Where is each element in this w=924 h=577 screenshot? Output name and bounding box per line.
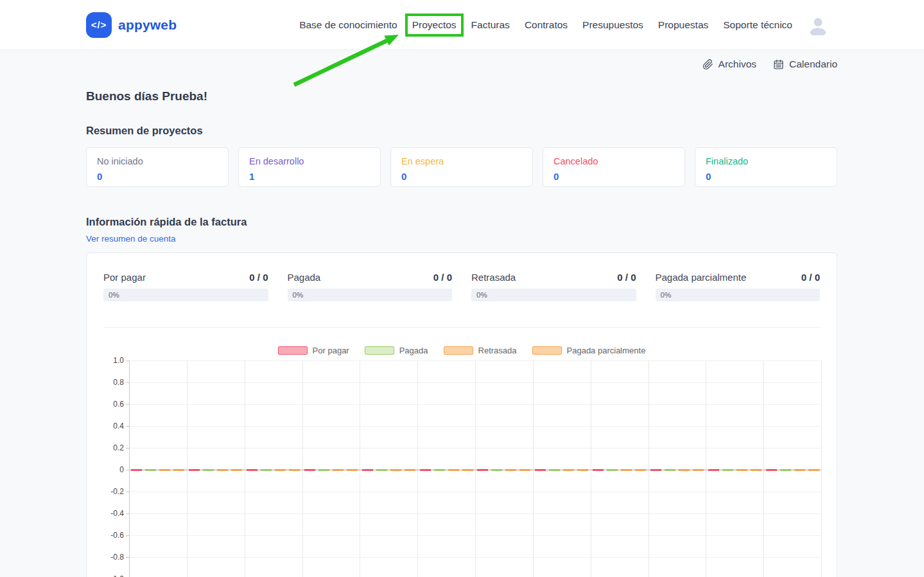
status-card-no-iniciado[interactable]: No iniciado0 <box>86 147 229 187</box>
calendar-icon <box>773 59 784 70</box>
bar-retrasada <box>333 469 344 471</box>
legend-swatch <box>532 346 562 355</box>
legend-swatch <box>278 346 308 355</box>
files-link[interactable]: Archivos <box>702 58 756 70</box>
account-summary-link[interactable]: Ver resumen de cuenta <box>86 234 176 244</box>
legend-item-pagada[interactable]: Pagada <box>365 346 428 355</box>
gridline-v <box>187 360 187 577</box>
bar-pagada-parcialmente <box>289 469 300 471</box>
bar-pagada <box>780 469 791 471</box>
status-card-en-espera[interactable]: En espera0 <box>390 147 533 187</box>
legend-label: Por pagar <box>313 346 349 355</box>
gridline-v <box>417 360 418 577</box>
nav-item-contratos[interactable]: Contratos <box>525 19 568 31</box>
bar-por-pagar <box>477 469 488 471</box>
bar-pagada-parcialmente <box>231 469 242 471</box>
y-tick-label: -0.8 <box>98 553 124 562</box>
gridline-v <box>245 360 245 577</box>
nav-item-propuestas[interactable]: Propuestas <box>658 19 708 31</box>
legend-label: Retrasada <box>478 346 517 355</box>
bar-por-pagar <box>362 469 373 471</box>
bar-pagada <box>665 469 676 471</box>
bar-pagada <box>203 469 214 471</box>
quick-links-row: Archivos Calendario <box>86 58 837 70</box>
bar-pagada <box>491 469 502 471</box>
invoice-progress-bar: 0% <box>471 288 636 301</box>
bar-por-pagar <box>708 469 719 471</box>
calendar-link[interactable]: Calendario <box>773 58 837 70</box>
y-tick-label: 0.4 <box>98 422 124 431</box>
gridline-v <box>475 360 476 577</box>
status-card-label: Cancelado <box>554 156 674 166</box>
bar-por-pagar <box>247 469 257 471</box>
nav-item-presupuestos[interactable]: Presupuestos <box>582 19 643 31</box>
status-card-cancelado[interactable]: Cancelado0 <box>543 147 685 187</box>
y-tick-label: 0 <box>98 465 124 474</box>
gridline-v <box>591 360 591 577</box>
legend-item-por-pagar[interactable]: Por pagar <box>278 346 349 355</box>
invoice-stat-pagada-parcialmente: Pagada parcialmente0 / 00% <box>656 272 821 301</box>
nav-item-base-de-conocimiento[interactable]: Base de conocimiento <box>299 19 397 31</box>
status-card-finalizado[interactable]: Finalizado0 <box>695 147 837 187</box>
invoice-stat-header: Pagada parcialmente0 / 0 <box>656 272 821 283</box>
invoice-stat-count: 0 / 0 <box>249 272 268 283</box>
nav-item-proyectos[interactable]: Proyectos <box>412 19 457 31</box>
status-card-value: 0 <box>97 171 218 182</box>
y-axis-line <box>129 360 130 577</box>
bar-pagada-parcialmente <box>808 469 819 471</box>
legend-item-retrasada[interactable]: Retrasada <box>444 346 517 355</box>
greeting-text: Buenos días Prueba! <box>86 89 837 103</box>
bar-pagada-parcialmente <box>577 469 588 471</box>
bar-retrasada <box>390 469 401 471</box>
gridline-v <box>763 360 764 577</box>
bar-pagada-parcialmente <box>751 469 762 471</box>
invoice-stat-header: Por pagar0 / 0 <box>103 272 268 283</box>
legend-item-pagada-parcialmente[interactable]: Pagada parcialmente <box>532 346 646 355</box>
status-card-label: No iniciado <box>97 156 218 166</box>
invoice-stat-count: 0 / 0 <box>433 272 452 283</box>
nav-item-soporte-tecnico[interactable]: Soporte técnico <box>723 19 792 31</box>
bar-pagada <box>549 469 560 471</box>
legend-label: Pagada parcialmente <box>567 346 646 355</box>
main-nav: Base de conocimientoProyectosFacturasCon… <box>299 19 792 31</box>
status-card-value: 0 <box>706 171 826 182</box>
projects-summary-title: Resumen de proyectos <box>86 125 837 137</box>
bar-por-pagar <box>593 469 604 471</box>
bar-retrasada <box>563 469 574 471</box>
app-logo[interactable]: </> appyweb <box>86 12 177 38</box>
invoice-stat-por-pagar: Por pagar0 / 00% <box>103 272 268 301</box>
status-card-en-desarrollo[interactable]: En desarrollo1 <box>238 147 381 187</box>
invoice-stat-pagada: Pagada0 / 00% <box>288 272 453 301</box>
bar-pagada-parcialmente <box>173 469 184 471</box>
bar-retrasada <box>159 469 170 471</box>
bar-pagada-parcialmente <box>462 469 473 471</box>
invoice-progress-bar: 0% <box>656 288 821 301</box>
invoice-section-title: Información rápida de la factura <box>86 216 837 228</box>
invoice-stat-label: Por pagar <box>103 272 146 283</box>
bar-retrasada <box>621 469 632 471</box>
bar-pagada <box>434 469 445 471</box>
bar-retrasada <box>679 469 690 471</box>
y-tick-label: 0.8 <box>98 378 124 387</box>
bar-pagada-parcialmente <box>347 469 358 471</box>
bar-pagada <box>607 469 618 471</box>
gridline-v <box>533 360 534 577</box>
y-tick-label: 0.6 <box>98 400 124 409</box>
legend-swatch <box>444 346 473 355</box>
card-divider <box>103 327 820 328</box>
bar-retrasada <box>794 469 805 471</box>
chart-plot-area: 1.00.80.60.40.20-0.2-0.4-0.6-0.8-1.0Ener… <box>129 360 821 577</box>
gridline-v <box>706 360 706 577</box>
user-avatar[interactable] <box>806 13 830 37</box>
invoices-bar-chart: 1.00.80.60.40.20-0.2-0.4-0.6-0.8-1.0Ener… <box>103 360 820 577</box>
nav-item-facturas[interactable]: Facturas <box>471 19 510 31</box>
status-card-label: En espera <box>401 156 522 166</box>
bar-retrasada <box>217 469 228 471</box>
bar-pagada <box>722 469 733 471</box>
person-icon <box>806 13 830 37</box>
bar-por-pagar <box>650 469 661 471</box>
status-card-label: Finalizado <box>706 156 826 166</box>
project-status-cards: No iniciado0En desarrollo1En espera0Canc… <box>86 147 837 187</box>
bar-por-pagar <box>304 469 315 471</box>
bar-por-pagar <box>189 469 200 471</box>
